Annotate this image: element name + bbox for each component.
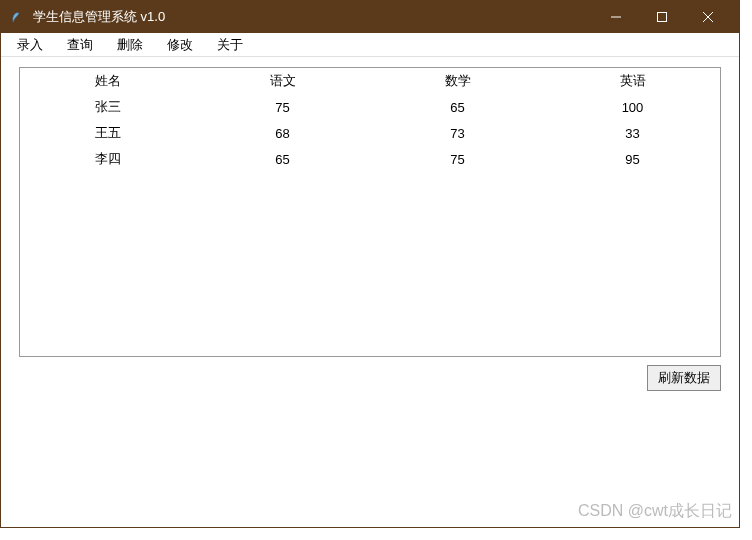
cell-chinese: 65	[195, 146, 370, 172]
cell-math: 65	[370, 94, 545, 120]
button-bar: 刷新数据	[19, 365, 721, 391]
maximize-button[interactable]	[639, 1, 685, 33]
cell-math: 75	[370, 146, 545, 172]
data-table-container: 姓名 语文 数学 英语 张三 75 65 100 王五 68	[19, 67, 721, 357]
app-icon	[9, 9, 25, 25]
table-row[interactable]: 李四 65 75 95	[20, 146, 720, 172]
menu-enter[interactable]: 录入	[5, 34, 55, 56]
cell-name: 李四	[20, 146, 195, 172]
cell-chinese: 75	[195, 94, 370, 120]
refresh-button[interactable]: 刷新数据	[647, 365, 721, 391]
menu-query[interactable]: 查询	[55, 34, 105, 56]
close-button[interactable]	[685, 1, 731, 33]
cell-english: 100	[545, 94, 720, 120]
cell-english: 95	[545, 146, 720, 172]
titlebar: 学生信息管理系统 v1.0	[1, 1, 739, 33]
window-controls	[593, 1, 731, 33]
cell-name: 王五	[20, 120, 195, 146]
cell-english: 33	[545, 120, 720, 146]
table-header-row: 姓名 语文 数学 英语	[20, 68, 720, 94]
student-table[interactable]: 姓名 语文 数学 英语 张三 75 65 100 王五 68	[20, 68, 720, 172]
menu-about[interactable]: 关于	[205, 34, 255, 56]
table-row[interactable]: 张三 75 65 100	[20, 94, 720, 120]
cell-math: 73	[370, 120, 545, 146]
cell-name: 张三	[20, 94, 195, 120]
svg-rect-1	[658, 13, 667, 22]
menu-modify[interactable]: 修改	[155, 34, 205, 56]
close-icon	[703, 12, 713, 22]
menu-delete[interactable]: 删除	[105, 34, 155, 56]
window-title: 学生信息管理系统 v1.0	[33, 8, 593, 26]
cell-chinese: 68	[195, 120, 370, 146]
col-chinese[interactable]: 语文	[195, 68, 370, 94]
col-math[interactable]: 数学	[370, 68, 545, 94]
table-row[interactable]: 王五 68 73 33	[20, 120, 720, 146]
app-window: 学生信息管理系统 v1.0 录入 查询 删除 修改 关于 姓名	[0, 0, 740, 528]
content-area: 姓名 语文 数学 英语 张三 75 65 100 王五 68	[1, 57, 739, 527]
col-english[interactable]: 英语	[545, 68, 720, 94]
minimize-button[interactable]	[593, 1, 639, 33]
menubar: 录入 查询 删除 修改 关于	[1, 33, 739, 57]
minimize-icon	[611, 12, 621, 22]
col-name[interactable]: 姓名	[20, 68, 195, 94]
maximize-icon	[657, 12, 667, 22]
